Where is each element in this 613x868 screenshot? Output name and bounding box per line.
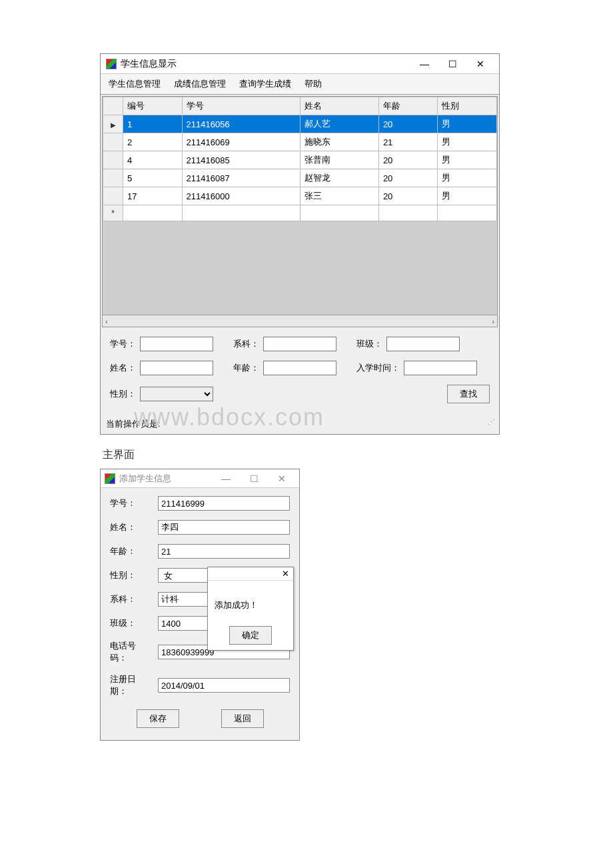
menu-help[interactable]: 帮助: [305, 78, 322, 90]
cell-sex[interactable]: 男: [438, 187, 497, 205]
row-header[interactable]: [103, 169, 123, 187]
data-grid[interactable]: 编号 学号 姓名 年龄 性别 1211416056郝人艺20男221141606…: [102, 96, 498, 327]
cell-id[interactable]: 2: [123, 133, 183, 151]
cell-sex[interactable]: 男: [438, 151, 497, 169]
messagebox-text: 添加成功！: [208, 581, 293, 621]
messagebox-close-icon[interactable]: ✕: [282, 569, 289, 579]
filter-form: 学号： 系科： 班级： 姓名： 年龄：: [101, 329, 499, 415]
cell-sno[interactable]: 211416085: [182, 151, 300, 169]
filter-name-input[interactable]: [140, 361, 213, 375]
messagebox: ✕ 添加成功！ 确定: [207, 567, 294, 651]
menu-query-score[interactable]: 查询学生成绩: [239, 78, 291, 90]
back-button[interactable]: 返回: [221, 709, 264, 728]
menu-student-manage[interactable]: 学生信息管理: [109, 78, 161, 90]
input-regdate[interactable]: [158, 678, 290, 693]
close-button[interactable]: ✕: [467, 56, 494, 72]
col-age[interactable]: 年龄: [378, 97, 438, 115]
filter-sex-select[interactable]: [140, 387, 213, 401]
cell-id[interactable]: 4: [123, 151, 183, 169]
filter-sno-input[interactable]: [140, 337, 213, 351]
cell-name[interactable]: 施晓东: [300, 133, 378, 151]
app-icon: [106, 59, 117, 69]
cell-sex[interactable]: 男: [438, 133, 497, 151]
label-class: 班级：: [110, 617, 150, 629]
titlebar: 添加学生信息 — ☐ ✕: [101, 469, 299, 488]
filter-enroll-input[interactable]: [404, 361, 477, 375]
cell-age[interactable]: 20: [378, 187, 438, 205]
filter-class-input[interactable]: [386, 337, 460, 351]
filter-dept-input[interactable]: [263, 337, 336, 351]
student-info-window: 学生信息显示 — ☐ ✕ 学生信息管理 成绩信息管理 查询学生成绩 帮助 编号 …: [100, 53, 500, 435]
label-regdate: 注册日期：: [110, 673, 150, 697]
cell-name[interactable]: 郝人艺: [300, 115, 378, 133]
cell-age[interactable]: 20: [378, 151, 438, 169]
col-sex[interactable]: 性别: [438, 97, 497, 115]
grid-scrollbar[interactable]: ‹›: [103, 315, 497, 327]
label-sno: 学号：: [110, 338, 136, 350]
cell-sno[interactable]: 211416087: [182, 169, 300, 187]
figure-caption: 主界面: [103, 448, 510, 462]
maximize-button[interactable]: ☐: [241, 471, 267, 487]
label-name: 姓名：: [110, 362, 136, 374]
cell-age[interactable]: 21: [378, 133, 438, 151]
label-sex: 性别：: [110, 388, 136, 400]
cell-sno[interactable]: 211416056: [182, 115, 300, 133]
input-name[interactable]: [158, 520, 290, 535]
row-header[interactable]: [103, 187, 123, 205]
label-dept: 系科：: [110, 593, 150, 605]
cell-name[interactable]: 赵智龙: [300, 169, 378, 187]
grid-empty-area: [103, 221, 497, 315]
row-header[interactable]: [103, 205, 123, 221]
col-id[interactable]: 编号: [123, 97, 183, 115]
label-age: 年龄：: [110, 545, 150, 557]
table-row-new[interactable]: [103, 205, 497, 221]
label-enroll: 入学时间：: [356, 362, 400, 374]
cell-name[interactable]: 张普南: [300, 151, 378, 169]
minimize-button[interactable]: —: [411, 56, 438, 72]
search-button[interactable]: 查找: [447, 385, 490, 403]
row-header[interactable]: [103, 115, 123, 133]
input-age[interactable]: [158, 544, 290, 559]
save-button[interactable]: 保存: [137, 709, 179, 728]
add-student-window: 添加学生信息 — ☐ ✕ 学号： 姓名： 年龄： 性别： 女 系科：: [100, 469, 300, 741]
table-row[interactable]: 17211416000张三20男: [103, 187, 497, 205]
cell-id[interactable]: 1: [123, 115, 183, 133]
cell-sno[interactable]: 211416000: [182, 187, 300, 205]
filter-age-input[interactable]: [263, 361, 336, 375]
label-class: 班级：: [356, 338, 382, 350]
table-row[interactable]: 4211416085张普南20男: [103, 151, 497, 169]
table-row[interactable]: 1211416056郝人艺20男: [103, 115, 497, 133]
cell-age[interactable]: 20: [378, 115, 438, 133]
label-sno: 学号：: [110, 497, 150, 509]
cell-sex[interactable]: 男: [438, 169, 497, 187]
cell-age[interactable]: 20: [378, 169, 438, 187]
cell-id[interactable]: 17: [123, 187, 183, 205]
row-header[interactable]: [103, 151, 123, 169]
label-name: 姓名：: [110, 521, 150, 533]
col-name[interactable]: 姓名: [300, 97, 378, 115]
table-row[interactable]: 2211416069施晓东21男: [103, 133, 497, 151]
app-icon: [105, 473, 115, 484]
menu-score-manage[interactable]: 成绩信息管理: [174, 78, 226, 90]
cell-name[interactable]: 张三: [300, 187, 378, 205]
resize-grip-icon[interactable]: ⋰: [488, 418, 494, 430]
row-header[interactable]: [103, 133, 123, 151]
messagebox-ok-button[interactable]: 确定: [229, 626, 272, 645]
close-button[interactable]: ✕: [269, 471, 295, 487]
table-row[interactable]: 5211416087赵智龙20男: [103, 169, 497, 187]
minimize-button[interactable]: —: [213, 471, 239, 487]
col-sno[interactable]: 学号: [182, 97, 300, 115]
menubar: 学生信息管理 成绩信息管理 查询学生成绩 帮助: [101, 74, 499, 95]
label-age: 年龄：: [233, 362, 259, 374]
input-sno[interactable]: [158, 496, 290, 511]
label-dept: 系科：: [233, 338, 259, 350]
cell-sex[interactable]: 男: [438, 115, 497, 133]
cell-id[interactable]: 5: [123, 169, 183, 187]
titlebar: 学生信息显示 — ☐ ✕: [101, 54, 499, 74]
cell-sno[interactable]: 211416069: [182, 133, 300, 151]
window-title: 学生信息显示: [121, 58, 411, 70]
status-operator: 当前操作员是:: [106, 418, 161, 430]
add-student-form: 学号： 姓名： 年龄： 性别： 女 系科： 班级： 电话号码：: [101, 488, 299, 740]
label-sex: 性别：: [110, 569, 150, 581]
maximize-button[interactable]: ☐: [439, 56, 466, 72]
